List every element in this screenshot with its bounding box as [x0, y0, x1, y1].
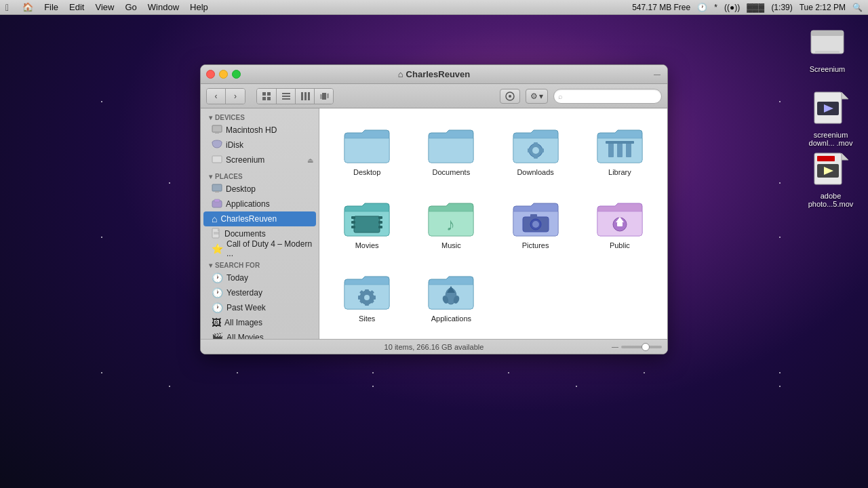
- svg-rect-14: [262, 97, 266, 100]
- traffic-lights: [206, 70, 241, 79]
- applications-place-icon: [212, 199, 222, 210]
- quick-look-button[interactable]: [500, 89, 520, 104]
- time-elapsed: (1:39): [771, 3, 792, 12]
- file-item-music[interactable]: ♪ Music: [414, 192, 488, 255]
- sidebar-item-all-images[interactable]: 🖼 All Images: [201, 315, 319, 330]
- gear-icon: ⚙: [530, 92, 538, 101]
- sidebar-item-label-today: Today: [226, 273, 248, 283]
- svg-rect-66: [365, 289, 369, 293]
- menu-help[interactable]: Help: [190, 2, 208, 12]
- sidebar-item-label-all-movies: All Movies: [226, 333, 264, 339]
- file-item-sites[interactable]: Sites: [330, 266, 403, 328]
- places-section-header: ▾ PLACES: [201, 167, 319, 182]
- sidebar-item-label-screenium: Screenium: [226, 155, 264, 165]
- svg-rect-13: [267, 92, 271, 96]
- window-body: ▾ DEVICES Macintosh HD iDisk Screeni: [201, 108, 667, 339]
- minimize-button[interactable]: [219, 70, 228, 79]
- menu-window[interactable]: Window: [148, 2, 179, 12]
- screenium-device-icon: [212, 155, 222, 166]
- search-input[interactable]: [564, 92, 657, 100]
- sidebar-item-yesterday[interactable]: 🕐 Yesterday: [201, 285, 319, 300]
- window-title-icon: ⌂: [398, 69, 403, 79]
- search-for-section-header: ▾ SEARCH FOR: [201, 256, 319, 270]
- menu-finder[interactable]: 🏠: [22, 2, 33, 12]
- svg-rect-20: [304, 92, 307, 100]
- close-button[interactable]: [206, 70, 215, 79]
- places-section-label: PLACES: [215, 173, 243, 180]
- sidebar-item-today[interactable]: 🕐 Today: [201, 270, 319, 285]
- list-view-button[interactable]: [276, 89, 295, 104]
- icon-view-button[interactable]: [257, 89, 276, 104]
- status-text: 10 items, 266.16 GB available: [384, 343, 484, 351]
- svg-rect-69: [372, 296, 376, 300]
- window-collapse-button[interactable]: —: [652, 70, 662, 79]
- sidebar-item-past-week[interactable]: 🕐 Past Week: [201, 300, 319, 315]
- zoom-slider[interactable]: [621, 346, 662, 348]
- sidebar-item-desktop[interactable]: Desktop: [201, 182, 319, 197]
- clock-icon: 🕐: [697, 3, 707, 12]
- file-item-desktop[interactable]: Desktop: [330, 119, 403, 182]
- back-button[interactable]: ‹: [207, 89, 226, 104]
- status-bar: 10 items, 266.16 GB available —: [201, 339, 667, 354]
- file-item-public[interactable]: Public: [583, 192, 656, 255]
- search-box[interactable]: ⌕: [553, 89, 662, 104]
- sidebar-item-label-charlesreuven: CharlesReuven: [220, 214, 277, 224]
- places-toggle-icon[interactable]: ▾: [209, 173, 212, 180]
- svg-rect-16: [282, 93, 290, 94]
- svg-rect-12: [262, 92, 266, 96]
- svg-rect-9: [817, 156, 835, 161]
- menu-go[interactable]: Go: [125, 2, 136, 12]
- sidebar-item-screenium[interactable]: Screenium ⏏: [201, 152, 319, 167]
- zoom-control[interactable]: —: [612, 343, 662, 350]
- svg-rect-46: [617, 142, 623, 157]
- sidebar-item-all-movies[interactable]: 🎬 All Movies: [201, 330, 319, 339]
- desktop-icon-adobe-mov[interactable]: adobe photo...5.mov: [800, 147, 861, 208]
- file-item-pictures[interactable]: Pictures: [499, 192, 572, 255]
- svg-rect-22: [322, 93, 326, 100]
- svg-rect-48: [606, 141, 634, 144]
- sidebar-item-cod[interactable]: ⭐ Call of Duty 4 – Modern ...: [201, 241, 319, 256]
- toolbar: ‹ ›: [201, 84, 667, 108]
- battery-icon: ▓▓▓: [747, 3, 764, 12]
- svg-rect-50: [351, 216, 355, 219]
- forward-button[interactable]: ›: [226, 89, 245, 104]
- search-for-toggle-icon[interactable]: ▾: [209, 262, 212, 269]
- window-title: ⌂ CharlesReuven: [398, 69, 471, 79]
- svg-rect-30: [212, 156, 222, 163]
- maximize-button[interactable]: [232, 70, 241, 79]
- menu-edit[interactable]: Edit: [69, 2, 84, 12]
- menubar-search-icon[interactable]: 🔍: [852, 3, 863, 12]
- svg-point-26: [509, 95, 511, 98]
- file-label-library: Library: [608, 168, 631, 176]
- devices-toggle-icon[interactable]: ▾: [209, 114, 212, 121]
- desktop-icon-screenium-mov[interactable]: screenium downl... .mov: [800, 86, 861, 147]
- svg-rect-27: [212, 125, 222, 132]
- sidebar-item-macintosh-hd[interactable]: Macintosh HD: [201, 123, 319, 138]
- file-item-downloads[interactable]: Downloads: [499, 119, 572, 182]
- file-label-downloads: Downloads: [517, 168, 553, 176]
- menu-view[interactable]: View: [95, 2, 114, 12]
- menu-file[interactable]: File: [44, 2, 58, 12]
- action-button[interactable]: ⚙ ▾: [526, 89, 548, 104]
- zoom-minus-icon[interactable]: —: [612, 343, 618, 350]
- yesterday-icon: 🕐: [212, 287, 223, 298]
- file-item-library[interactable]: Library: [583, 119, 656, 182]
- sidebar-item-idisk[interactable]: iDisk: [201, 138, 319, 152]
- eject-icon[interactable]: ⏏: [307, 157, 313, 164]
- sidebar-item-label-desktop: Desktop: [226, 184, 256, 194]
- svg-rect-23: [320, 94, 322, 99]
- sidebar-item-applications[interactable]: Applications: [201, 197, 319, 211]
- disk-info: 547.17 MB Free: [632, 3, 690, 12]
- downloads-folder-icon: [512, 125, 559, 165]
- file-item-applications[interactable]: Applications: [414, 266, 488, 328]
- all-movies-icon: 🎬: [212, 332, 223, 339]
- file-item-documents[interactable]: Documents: [414, 119, 488, 182]
- sidebar-item-charlesreuven[interactable]: ⌂ CharlesReuven: [203, 211, 316, 226]
- file-label-desktop: Desktop: [353, 168, 380, 176]
- file-item-movies[interactable]: Movies: [330, 192, 403, 255]
- column-view-button[interactable]: [295, 89, 314, 104]
- coverflow-view-button[interactable]: [314, 89, 333, 104]
- bluetooth-icon: *: [714, 3, 717, 12]
- desktop-icon-screenium-drive[interactable]: Screenium: [800, 20, 854, 73]
- apple-logo-icon[interactable]: : [5, 2, 9, 13]
